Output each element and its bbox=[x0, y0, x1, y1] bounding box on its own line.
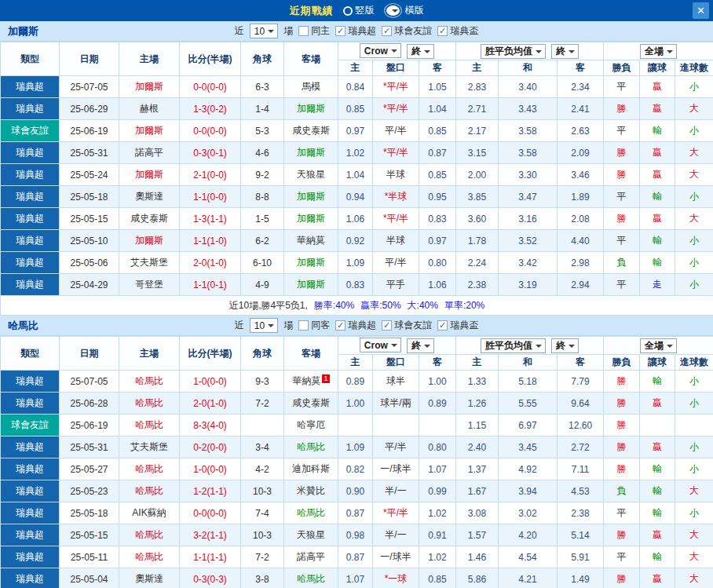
team-name: 哈馬比 bbox=[8, 319, 38, 333]
odds-final-select[interactable]: 終 bbox=[407, 44, 434, 59]
corner-cell: 1-5 bbox=[241, 208, 284, 230]
away-odds-cell: 1.02 bbox=[419, 546, 456, 568]
handicap-cell: 半球 bbox=[373, 230, 419, 252]
away-odds-cell bbox=[419, 415, 456, 436]
col-corner: 角球 bbox=[241, 42, 284, 76]
horizontal-layout-radio[interactable]: 橫版 bbox=[384, 3, 424, 18]
result-cell: 勝 bbox=[604, 164, 640, 186]
col-away: 客場 bbox=[284, 42, 338, 76]
scope-select[interactable]: 全場 bbox=[640, 44, 677, 59]
odds-company-select[interactable]: Crow bbox=[360, 338, 401, 352]
same-venue-checkbox[interactable]: 同客 bbox=[298, 319, 330, 332]
avg-home-odds-cell: 2.38 bbox=[456, 274, 499, 296]
avg-draw-odds-cell: 5.18 bbox=[499, 371, 558, 393]
league-filter-checkbox[interactable]: 瑞典超 bbox=[335, 24, 376, 38]
result-cell: 勝 bbox=[604, 98, 640, 120]
away-odds-cell: 0.80 bbox=[419, 436, 456, 458]
match-row: 瑞典超25-05-31艾夫斯堡0-2(0-0)3-4哈馬比1.09平/半0.80… bbox=[1, 436, 713, 458]
vertical-layout-label: 竪版 bbox=[356, 4, 375, 17]
date-cell: 25-05-23 bbox=[60, 480, 119, 502]
odds-final-select[interactable]: 終 bbox=[407, 338, 434, 353]
odds-company-select[interactable]: Crow bbox=[360, 43, 401, 58]
handicap-cell: *半球 bbox=[373, 186, 419, 208]
date-cell: 25-06-29 bbox=[60, 98, 119, 120]
avg-away-odds-cell: 4.40 bbox=[558, 230, 604, 252]
same-venue-label: 同主 bbox=[311, 24, 330, 38]
corner-cell: 3-8 bbox=[241, 568, 284, 588]
avg-final-select[interactable]: 終 bbox=[551, 44, 579, 59]
handicap-result-cell: 輸 bbox=[640, 371, 675, 393]
avg-draw-odds-cell: 4.21 bbox=[499, 568, 558, 588]
score-cell: 0-0(0-0) bbox=[180, 120, 241, 142]
same-venue-label: 同客 bbox=[311, 319, 330, 332]
avg-away-odds-cell: 7.11 bbox=[558, 458, 604, 480]
avg-draw-odds-cell: 6.97 bbox=[499, 415, 558, 436]
home-odds-cell: 0.98 bbox=[338, 524, 373, 546]
avg-away-odds-cell: 5.91 bbox=[558, 546, 604, 568]
score-cell: 2-1(0-0) bbox=[180, 164, 241, 186]
goals-cell: 小 bbox=[675, 230, 713, 252]
home-team-cell: 艾夫斯堡 bbox=[119, 436, 180, 458]
league-cell: 瑞典超 bbox=[1, 186, 60, 208]
avg-home-odds-cell: 3.85 bbox=[456, 186, 499, 208]
date-cell: 25-05-31 bbox=[60, 436, 119, 458]
close-button[interactable]: ✕ bbox=[693, 2, 709, 19]
league-filter-checkbox[interactable]: 瑞典超 bbox=[335, 319, 376, 332]
away-odds-cell: 1.06 bbox=[419, 274, 456, 296]
avg-draw-odds-cell: 5.55 bbox=[499, 393, 558, 415]
scope-select[interactable]: 全場 bbox=[640, 338, 677, 353]
score-cell: 1-2(1-1) bbox=[180, 480, 241, 502]
col-result: 勝負 bbox=[604, 355, 640, 371]
match-count-select[interactable]: 10 bbox=[250, 24, 278, 38]
date-cell: 25-05-27 bbox=[60, 458, 119, 480]
home-odds-cell: 1.04 bbox=[338, 164, 373, 186]
avg-away-odds-cell: 2.72 bbox=[558, 436, 604, 458]
league-cell: 瑞典超 bbox=[1, 458, 60, 480]
col-corner: 角球 bbox=[241, 337, 284, 371]
avg-draw-odds-cell: 4.92 bbox=[499, 458, 558, 480]
handicap-result-cell bbox=[640, 415, 675, 436]
cup-filter-checkbox[interactable]: 瑞典盃 bbox=[437, 24, 478, 38]
corner-cell: 7-2 bbox=[241, 546, 284, 568]
result-cell: 負 bbox=[604, 480, 640, 502]
avg-type-select[interactable]: 胜平负均值 bbox=[481, 338, 546, 353]
team-name: 加爾斯 bbox=[8, 24, 38, 38]
result-cell: 負 bbox=[604, 252, 640, 274]
vertical-layout-radio[interactable]: 竪版 bbox=[343, 4, 375, 17]
avg-home-odds-cell: 1.78 bbox=[456, 230, 499, 252]
same-venue-checkbox[interactable]: 同主 bbox=[298, 24, 330, 38]
avg-type-select[interactable]: 胜平负均值 bbox=[481, 44, 546, 59]
match-count-select[interactable]: 10 bbox=[250, 318, 278, 333]
result-cell: 平 bbox=[604, 274, 640, 296]
col-goals: 進球數 bbox=[675, 355, 713, 371]
away-odds-cell: 0.85 bbox=[419, 120, 456, 142]
handicap-cell: 半球 bbox=[373, 164, 419, 186]
result-cell: 勝 bbox=[604, 393, 640, 415]
handicap-cell: 平/半 bbox=[373, 120, 419, 142]
avg-type-value: 胜平负均值 bbox=[485, 45, 532, 58]
match-row: 瑞典超25-05-27哈馬比1-0(0-0)4-2迪加科斯0.82一/球半1.0… bbox=[1, 458, 713, 480]
avg-draw-odds-cell: 3.19 bbox=[499, 274, 558, 296]
corner-cell: 7-2 bbox=[241, 393, 284, 415]
goals-cell: 大 bbox=[675, 546, 713, 568]
filter-controls: 近 10 場 同客 瑞典超 球會友誼 瑞典盃 bbox=[235, 318, 478, 333]
goals-cell: 小 bbox=[675, 371, 713, 393]
away-odds-cell: 0.80 bbox=[419, 252, 456, 274]
handicap-result-cell: 贏 bbox=[640, 76, 675, 98]
home-team-cell: 哈馬比 bbox=[119, 524, 180, 546]
home-team-cell: 赫根 bbox=[119, 98, 180, 120]
league-cell: 瑞典超 bbox=[1, 164, 60, 186]
filter-label: 球會友誼 bbox=[394, 319, 432, 332]
score-cell: 1-3(1-1) bbox=[180, 208, 241, 230]
friendly-filter-checkbox[interactable]: 球會友誼 bbox=[382, 24, 432, 38]
checkbox-icon bbox=[298, 26, 309, 36]
col-handicap: 盤口 bbox=[373, 355, 419, 371]
league-cell: 瑞典超 bbox=[1, 98, 60, 120]
avg-draw-odds-cell: 3.40 bbox=[499, 76, 558, 98]
col-odds-home: 主 bbox=[338, 60, 373, 76]
avg-final-select[interactable]: 終 bbox=[551, 338, 579, 353]
friendly-filter-checkbox[interactable]: 球會友誼 bbox=[382, 319, 432, 332]
avg-home-odds-cell: 1.67 bbox=[456, 480, 499, 502]
handicap-cell bbox=[373, 415, 419, 436]
cup-filter-checkbox[interactable]: 瑞典盃 bbox=[437, 319, 478, 332]
